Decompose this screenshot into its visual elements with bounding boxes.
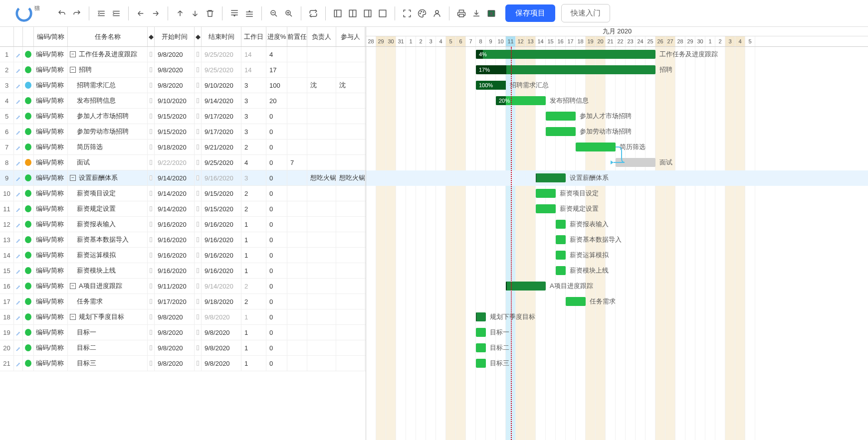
- move-up-icon[interactable]: [173, 6, 187, 20]
- status-dot[interactable]: [23, 170, 34, 185]
- progress-cell[interactable]: 0: [266, 109, 287, 124]
- owner-cell[interactable]: [307, 356, 336, 371]
- end-date-cell[interactable]: 9/16/2020: [202, 248, 241, 263]
- day-cell[interactable]: 29: [376, 36, 386, 46]
- edit-row-icon[interactable]: [14, 325, 23, 340]
- end-marker[interactable]: [195, 62, 202, 77]
- day-cell[interactable]: 23: [626, 36, 636, 46]
- gantt-bar[interactable]: 面试: [616, 158, 655, 167]
- status-dot[interactable]: [23, 186, 34, 201]
- duration-cell[interactable]: 1: [241, 340, 266, 355]
- start-marker[interactable]: [148, 78, 155, 93]
- owner-cell[interactable]: [307, 109, 336, 124]
- progress-cell[interactable]: 0: [266, 201, 287, 216]
- edit-row-icon[interactable]: [14, 340, 23, 355]
- status-dot[interactable]: [23, 62, 34, 77]
- table-row[interactable]: 3编码/简称招聘需求汇总9/8/20209/10/20203100沈沈: [0, 78, 366, 93]
- start-date-cell[interactable]: 9/8/2020: [155, 78, 195, 93]
- end-marker[interactable]: [195, 109, 202, 124]
- end-date-cell[interactable]: 9/25/2020: [202, 155, 241, 170]
- participant-cell[interactable]: [336, 140, 365, 154]
- end-date-cell[interactable]: 9/8/2020: [202, 340, 241, 355]
- end-marker[interactable]: [195, 78, 202, 93]
- status-dot[interactable]: [23, 201, 34, 216]
- progress-cell[interactable]: 0: [266, 263, 287, 278]
- code-cell[interactable]: 编码/简称: [34, 356, 68, 371]
- day-cell[interactable]: 17: [566, 36, 576, 46]
- task-name-cell[interactable]: 薪资基本数据导入: [68, 232, 148, 247]
- day-cell[interactable]: 4: [735, 36, 745, 46]
- gantt-row[interactable]: 目标二: [366, 340, 868, 356]
- status-dot[interactable]: [23, 325, 34, 340]
- gantt-row[interactable]: 20%发布招聘信息: [366, 93, 868, 109]
- day-cell[interactable]: 22: [616, 36, 626, 46]
- gantt-bar[interactable]: 薪资基本数据导入: [556, 235, 566, 244]
- zoom-in-icon[interactable]: [282, 6, 296, 20]
- edit-row-icon[interactable]: [14, 124, 23, 139]
- code-cell[interactable]: 编码/简称: [34, 140, 68, 154]
- duration-cell[interactable]: 1: [241, 248, 266, 263]
- status-dot[interactable]: [23, 309, 34, 324]
- gantt-bar[interactable]: 任务需求: [566, 297, 586, 306]
- expand-toggle-icon[interactable]: −: [70, 314, 76, 320]
- gantt-bar[interactable]: 参加劳动市场招聘: [546, 127, 576, 136]
- day-cell[interactable]: 9: [486, 36, 496, 46]
- progress-cell[interactable]: 0: [266, 124, 287, 139]
- table-row[interactable]: 2编码/简称−招聘9/8/20209/25/20201417: [0, 62, 366, 78]
- owner-cell[interactable]: [307, 47, 336, 62]
- outdent-icon[interactable]: [94, 6, 108, 20]
- predecessor-cell[interactable]: [287, 279, 307, 293]
- gantt-day-header[interactable]: 2829303112345678910111213141516171819202…: [366, 36, 868, 46]
- start-date-cell[interactable]: 9/18/2020: [155, 140, 195, 154]
- start-date-cell[interactable]: 9/11/2020: [155, 279, 195, 293]
- quickstart-button[interactable]: 快速入门: [561, 4, 610, 22]
- start-date-cell[interactable]: 9/14/2020: [155, 201, 195, 216]
- status-dot[interactable]: [23, 279, 34, 293]
- progress-cell[interactable]: 17: [266, 62, 287, 77]
- gantt-bar[interactable]: 目标一: [476, 328, 486, 337]
- duration-cell[interactable]: 1: [241, 356, 266, 371]
- gantt-row[interactable]: 薪资规定设置: [366, 201, 868, 217]
- insert-above-icon[interactable]: [227, 6, 241, 20]
- table-row[interactable]: 15编码/简称薪资模块上线9/16/20209/16/202010: [0, 263, 366, 279]
- start-date-cell[interactable]: 9/8/2020: [155, 309, 195, 324]
- col-end[interactable]: 结束时间: [202, 27, 241, 46]
- end-date-cell[interactable]: 9/16/2020: [202, 170, 241, 185]
- start-marker[interactable]: [148, 340, 155, 355]
- code-cell[interactable]: 编码/简称: [34, 294, 68, 309]
- edit-row-icon[interactable]: [14, 155, 23, 170]
- day-cell[interactable]: 12: [516, 36, 526, 46]
- code-cell[interactable]: 编码/简称: [34, 62, 68, 77]
- participant-cell[interactable]: 沈: [336, 78, 365, 93]
- status-dot[interactable]: [23, 140, 34, 154]
- gantt-row[interactable]: 规划下季度目标: [366, 309, 868, 325]
- progress-cell[interactable]: 0: [266, 309, 287, 324]
- day-cell[interactable]: 3: [426, 36, 436, 46]
- predecessor-cell[interactable]: [287, 325, 307, 340]
- end-date-cell[interactable]: 9/21/2020: [202, 140, 241, 154]
- gantt-bar[interactable]: 设置薪酬体系: [536, 173, 566, 182]
- participant-cell[interactable]: [336, 47, 365, 62]
- code-cell[interactable]: 编码/简称: [34, 109, 68, 124]
- gantt-row[interactable]: 薪资运算模拟: [366, 248, 868, 263]
- task-name-cell[interactable]: −招聘: [68, 62, 148, 77]
- progress-cell[interactable]: 0: [266, 170, 287, 185]
- owner-cell[interactable]: [307, 294, 336, 309]
- day-cell[interactable]: 3: [725, 36, 735, 46]
- edit-row-icon[interactable]: [14, 93, 23, 108]
- predecessor-cell[interactable]: [287, 232, 307, 247]
- gantt-bar[interactable]: 薪资项目设定: [536, 189, 556, 198]
- end-date-cell[interactable]: 9/16/2020: [202, 217, 241, 232]
- start-date-cell[interactable]: 9/8/2020: [155, 62, 195, 77]
- participant-cell[interactable]: [336, 155, 365, 170]
- edit-row-icon[interactable]: [14, 217, 23, 232]
- end-marker[interactable]: [195, 248, 202, 263]
- end-date-cell[interactable]: 9/10/2020: [202, 78, 241, 93]
- start-marker[interactable]: [148, 93, 155, 108]
- task-name-cell[interactable]: 目标三: [68, 356, 148, 371]
- progress-cell[interactable]: 0: [266, 279, 287, 293]
- day-cell[interactable]: 14: [536, 36, 546, 46]
- day-cell[interactable]: 29: [685, 36, 695, 46]
- table-row[interactable]: 10编码/简称薪资项目设定9/14/20209/15/202020: [0, 186, 366, 201]
- start-date-cell[interactable]: 9/16/2020: [155, 217, 195, 232]
